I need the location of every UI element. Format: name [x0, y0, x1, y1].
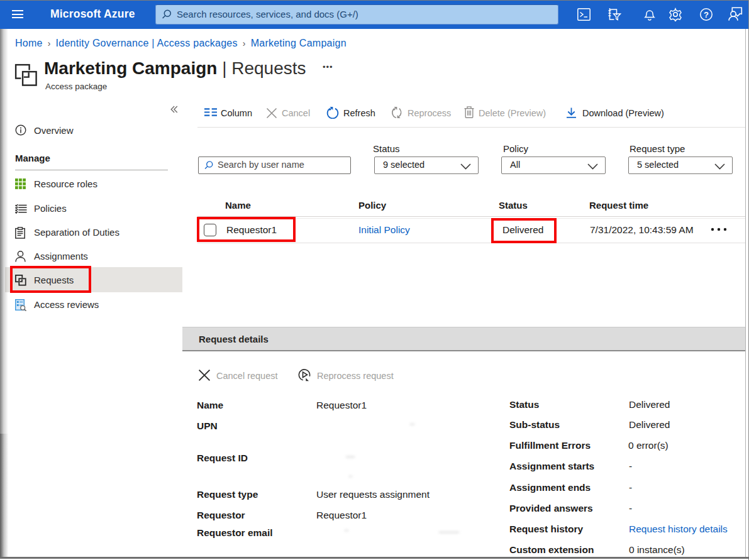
svg-text:?: ? — [704, 10, 709, 19]
